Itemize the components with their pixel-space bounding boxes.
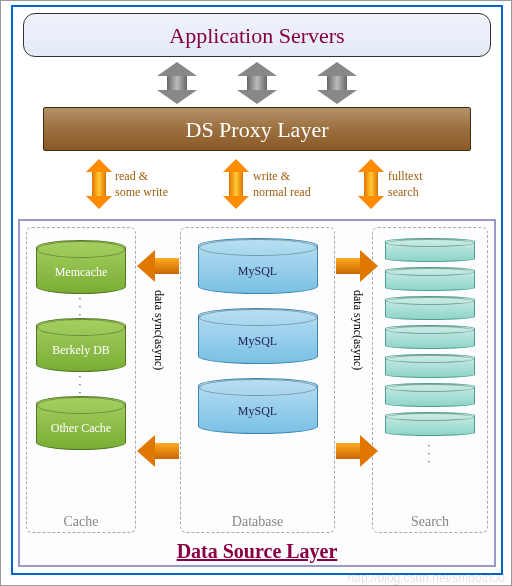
flow-db-line2: normal read [253,185,311,200]
flow-arrow-search-icon [358,159,384,209]
vertical-dots-icon: ··· [373,441,487,465]
arrow-row-gray [13,62,501,104]
sync-label: data sync(async) [350,290,365,370]
flow-cache-line1: read & [115,169,148,184]
flow-search-line2: search [388,185,419,200]
sync-arrow-right-icon [336,246,378,286]
application-servers-label: Application Servers [169,23,344,48]
database-column: MySQL MySQL MySQL Database [180,227,335,533]
vertical-dots-icon: ··· [27,294,135,318]
watermark-text: http://blog.csdn.net/smooth00 [348,571,505,585]
sync-arrow-left-icon [137,246,179,286]
ds-proxy-layer-box: DS Proxy Layer [43,107,471,151]
search-disk-icon [385,354,475,378]
bidir-arrow-icon [317,62,357,104]
bidir-arrow-icon [237,62,277,104]
flow-cache-line2: some write [115,185,168,200]
data-source-layer-title: Data Source Layer [20,540,494,563]
sync-label: data sync(async) [151,290,166,370]
arrow-row-orange: read & some write write & normal read fu… [13,159,501,217]
search-disk-icon [385,383,475,407]
db-item-label: MySQL [199,264,317,279]
sync-arrow-right-icon [336,431,378,471]
bidir-arrow-icon [157,62,197,104]
cache-item-label: Berkely DB [37,343,125,358]
application-servers-box: Application Servers [23,13,491,57]
search-column: ··· Search [372,227,488,533]
flow-arrow-db-icon [223,159,249,209]
cache-item-label: Memcache [37,265,125,280]
data-source-layer-box: Memcache ··· Berkely DB ··· Other Cache … [18,219,496,567]
flow-arrow-cache-icon [86,159,112,209]
vertical-dots-icon: ··· [27,372,135,396]
outer-frame: Application Servers DS Proxy Layer read … [11,5,503,575]
ds-proxy-label: DS Proxy Layer [186,117,329,142]
sync-arrow-left-icon [137,431,179,471]
search-column-title: Search [373,514,487,530]
cache-column: Memcache ··· Berkely DB ··· Other Cache … [26,227,136,533]
flow-db-line1: write & [253,169,290,184]
cache-column-title: Cache [27,514,135,530]
cache-cylinder-icon: Other Cache [36,396,126,450]
search-disk-icon [385,412,475,436]
search-disk-icon [385,296,475,320]
sync-group-search: data sync(async) [336,246,378,471]
search-disk-icon [385,267,475,291]
db-cylinder-icon: MySQL [198,308,318,364]
sync-group-cache: data sync(async) [137,246,179,471]
flow-search-line1: fulltext [388,169,423,184]
search-disk-icon [385,238,475,262]
cache-cylinder-icon: Berkely DB [36,318,126,372]
db-item-label: MySQL [199,334,317,349]
cache-item-label: Other Cache [37,421,125,436]
cache-cylinder-icon: Memcache [36,240,126,294]
db-item-label: MySQL [199,404,317,419]
search-disk-icon [385,325,475,349]
db-cylinder-icon: MySQL [198,378,318,434]
database-column-title: Database [181,514,334,530]
db-cylinder-icon: MySQL [198,238,318,294]
